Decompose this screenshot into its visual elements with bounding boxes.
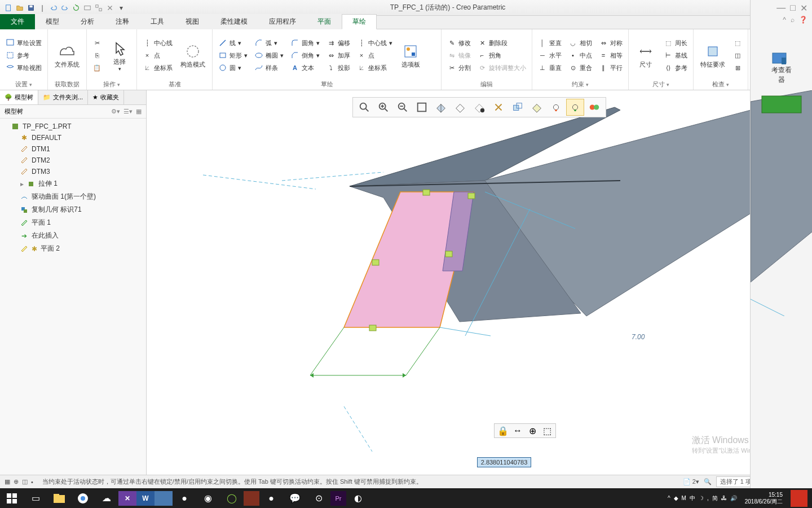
undo-icon[interactable] <box>48 3 59 13</box>
dimension-input[interactable] <box>477 457 531 467</box>
point-button[interactable]: ×点 <box>140 50 175 61</box>
obs-icon[interactable]: ⊙ <box>307 488 330 508</box>
status-icon-1[interactable]: ▦ <box>5 478 10 485</box>
snap-toggle-icon[interactable]: ⬚ <box>541 425 553 436</box>
canvas-viewport[interactable]: 7.00 🔒 ↔ ⊕ ⬚ 激活 Windows 转到"设置"以激活 Window… <box>147 90 812 475</box>
sw-maximize-button[interactable]: □ <box>790 3 796 13</box>
app-icon-4[interactable] <box>244 491 259 506</box>
baseline-button[interactable]: ⊢基线 <box>661 50 690 61</box>
tree-item-dtm1[interactable]: DTM1 <box>0 143 146 155</box>
coord2-button[interactable]: ⟀坐标系 <box>355 62 395 73</box>
centerline2-button[interactable]: ┆中心线 ▾ <box>355 37 395 49</box>
sidebar-tab-folders[interactable]: 📁文件夹浏... <box>38 90 88 104</box>
new-icon[interactable] <box>3 3 14 13</box>
vertical-button[interactable]: │竖直 <box>536 37 564 49</box>
select-button[interactable]: 选择▾ <box>106 32 133 79</box>
check-icon-1[interactable]: ⬚ <box>731 37 744 49</box>
project-button[interactable]: ⤵投影 <box>324 62 352 73</box>
tree-item-dtm2[interactable]: DTM2 <box>0 155 146 166</box>
shade-icon[interactable] <box>432 99 450 116</box>
tree-item-surface[interactable]: 驱动曲面 1(第一个壁) <box>0 190 146 203</box>
text-button[interactable]: A文本 <box>288 62 322 73</box>
app-icon-3[interactable]: ◯ <box>220 488 244 508</box>
saved-view-icon[interactable] <box>470 99 488 116</box>
fillet-button[interactable]: 圆角 ▾ <box>288 37 322 49</box>
corner-button[interactable]: ⌐拐角 <box>475 50 528 61</box>
qat-icon[interactable] <box>82 3 92 13</box>
construct-mode-button[interactable]: 构造模式 <box>177 32 209 79</box>
app-icon-2[interactable]: ◉ <box>196 488 220 508</box>
tree-tool-show-icon[interactable]: ☰▾ <box>123 108 133 115</box>
app-icon-1[interactable]: ● <box>173 488 196 508</box>
tray-up-icon[interactable]: ^ <box>668 495 670 501</box>
coincident-button[interactable]: ⊙重合 <box>566 62 594 73</box>
creo-icon[interactable] <box>155 491 173 506</box>
symmetric-button[interactable]: ⇔对称 <box>597 37 625 49</box>
tree-item-dtm3[interactable]: DTM3 <box>0 166 146 177</box>
sketch-display-icon[interactable] <box>566 99 584 116</box>
modify-button[interactable]: ✎修改 <box>445 37 473 49</box>
dim-toggle-icon[interactable]: ↔ <box>511 425 524 436</box>
split-button[interactable]: ✂分割 <box>445 62 473 73</box>
check-icon-3[interactable]: ⊞ <box>731 62 744 73</box>
cut-icon[interactable]: ✂ <box>90 37 104 49</box>
tab-flexmodel[interactable]: 柔性建模 <box>210 14 258 29</box>
line-button[interactable]: 线 ▾ <box>216 37 250 49</box>
sketch-view-button[interactable]: 草绘视图 <box>3 62 44 73</box>
zoom-in-icon[interactable] <box>374 99 392 116</box>
status-icon-2[interactable]: ⊕ <box>14 478 19 485</box>
qat-icon-2[interactable] <box>94 3 104 13</box>
vs-icon[interactable]: ✕ <box>118 491 136 506</box>
feature-req-button[interactable]: 特征要求 <box>697 32 729 79</box>
spline-button[interactable]: 样条 <box>252 62 286 73</box>
sw-viewer-button[interactable]: 考查看 器 <box>768 50 795 87</box>
rect-button[interactable]: 矩形 ▾ <box>216 50 250 61</box>
tab-sketch[interactable]: 草绘 <box>342 14 377 29</box>
horizontal-button[interactable]: ─水平 <box>536 50 564 61</box>
status-find-icon[interactable]: 🔍 <box>704 478 712 485</box>
reference-button[interactable]: 参考 <box>3 50 44 61</box>
zoom-out-icon[interactable] <box>394 99 412 116</box>
app-icon-5[interactable]: ● <box>259 488 283 508</box>
tab-model[interactable]: 模型 <box>35 14 70 29</box>
sw-search-icon[interactable]: ⌕ <box>791 16 795 29</box>
perspective-icon[interactable] <box>547 99 565 116</box>
network-icon[interactable]: 🖧 <box>721 495 727 501</box>
status-icon-3[interactable]: ◫ <box>22 478 28 485</box>
word-icon[interactable]: W <box>136 491 155 506</box>
app-icon-6[interactable]: ◐ <box>346 488 370 508</box>
tray-badge-icon[interactable] <box>791 490 807 507</box>
tree-item-default[interactable]: ✱DEFAULT <box>0 132 146 143</box>
centerline-button[interactable]: ┆中心线 <box>140 37 175 49</box>
point2-button[interactable]: ×点 <box>355 50 395 61</box>
tangent-button[interactable]: ◡相切 <box>566 37 594 49</box>
cloud-icon[interactable]: ☁ <box>95 488 118 508</box>
zoom-window-icon[interactable] <box>355 99 373 116</box>
tree-item-plane2[interactable]: ✱平面 2 <box>0 242 146 255</box>
tab-view[interactable]: 视图 <box>175 14 210 29</box>
filesystem-button[interactable]: 文件系统 <box>51 32 83 79</box>
circle-button[interactable]: 圆 ▾ <box>216 62 250 73</box>
tray-monitor-icon[interactable]: M <box>682 495 686 501</box>
datum-display-icon[interactable] <box>509 99 527 116</box>
tree-tool-settings-icon[interactable]: ⚙▾ <box>111 108 120 115</box>
sw-close-button[interactable]: ✕ <box>800 3 807 14</box>
sw-minimize-button[interactable]: — <box>776 3 785 13</box>
tab-annotate[interactable]: 注释 <box>105 14 140 29</box>
tab-analysis[interactable]: 分析 <box>70 14 105 29</box>
tree-item-plane1[interactable]: 平面 1 <box>0 216 146 229</box>
perimeter-button[interactable]: ⬚周长 <box>661 37 690 49</box>
tab-plane[interactable]: 平面 <box>307 14 342 29</box>
lock-icon[interactable]: 🔒 <box>497 425 509 436</box>
mirror-button[interactable]: ⇋镜像 <box>445 50 473 61</box>
rotate-resize-button[interactable]: ⟳旋转调整大小 <box>475 62 528 73</box>
tree-item-copygeom[interactable]: 复制几何 标识71 <box>0 203 146 216</box>
ellipse-button[interactable]: 椭圆 ▾ <box>252 50 286 61</box>
sw-help-icon[interactable]: ❓ <box>799 16 807 29</box>
ime-punct-icon[interactable]: , <box>707 495 709 501</box>
volume-icon[interactable]: 🔊 <box>730 495 737 501</box>
chamfer-button[interactable]: 倒角 ▾ <box>288 50 322 61</box>
redo-icon[interactable] <box>60 3 70 13</box>
tray-app-icon[interactable]: ◆ <box>674 495 678 501</box>
tab-application[interactable]: 应用程序 <box>258 14 307 29</box>
